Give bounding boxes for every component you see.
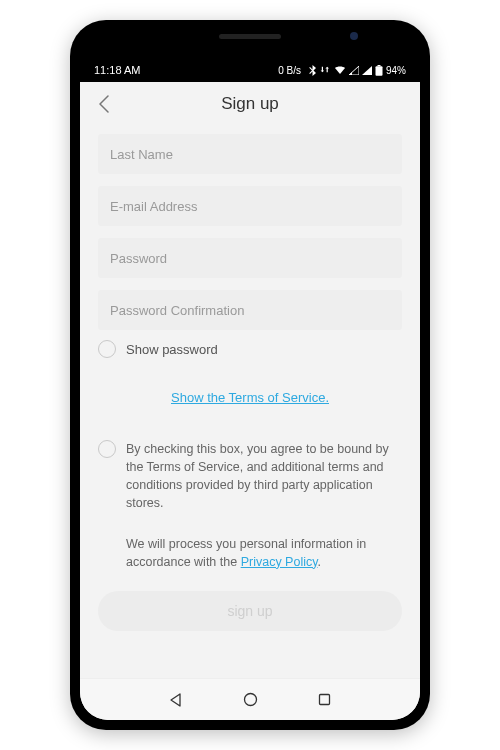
wifi-icon <box>334 65 346 75</box>
terms-of-service-link[interactable]: Show the Terms of Service. <box>171 390 329 405</box>
signal-2-icon <box>362 66 372 75</box>
back-button[interactable] <box>92 92 116 116</box>
status-bar: 11:18 AM 0 B/s 94% <box>80 58 420 82</box>
battery-icon <box>375 65 383 76</box>
status-speed: 0 B/s <box>278 65 301 76</box>
data-icon <box>320 65 331 76</box>
svg-rect-0 <box>377 65 380 66</box>
status-battery-pct: 94% <box>386 65 406 76</box>
show-password-row[interactable]: Show password <box>98 340 402 358</box>
speaker-grille <box>219 34 281 39</box>
privacy-row: We will process you personal information… <box>98 535 402 571</box>
nav-recent-icon[interactable] <box>316 692 332 708</box>
page-title: Sign up <box>80 94 420 114</box>
privacy-policy-link[interactable]: Privacy Policy <box>241 555 318 569</box>
phone-frame: 11:18 AM 0 B/s 94% Sign up <box>70 20 430 730</box>
lastname-field[interactable] <box>98 134 402 174</box>
front-camera <box>350 32 358 40</box>
svg-rect-1 <box>375 66 382 76</box>
password-confirm-field[interactable] <box>98 290 402 330</box>
status-time: 11:18 AM <box>94 64 140 76</box>
signup-button[interactable]: sign up <box>98 591 402 631</box>
nav-back-icon[interactable] <box>168 692 184 708</box>
agree-text: By checking this box, you agree to be bo… <box>126 440 402 513</box>
svg-point-2 <box>244 694 256 706</box>
email-field[interactable] <box>98 186 402 226</box>
status-indicators: 0 B/s 94% <box>278 65 406 76</box>
privacy-suffix: . <box>318 555 321 569</box>
phone-screen: 11:18 AM 0 B/s 94% Sign up <box>80 30 420 720</box>
agree-row[interactable]: By checking this box, you agree to be bo… <box>98 440 402 513</box>
terms-link-row: Show the Terms of Service. <box>98 388 402 406</box>
show-password-label: Show password <box>126 342 218 357</box>
nav-home-icon[interactable] <box>242 692 258 708</box>
signup-form: Show password Show the Terms of Service.… <box>80 126 420 678</box>
svg-rect-3 <box>319 695 329 705</box>
android-nav-bar <box>80 678 420 720</box>
show-password-radio[interactable] <box>98 340 116 358</box>
agree-checkbox[interactable] <box>98 440 116 458</box>
app-header: Sign up <box>80 82 420 126</box>
app-area: Sign up Show password Show the Terms of … <box>80 82 420 720</box>
password-field[interactable] <box>98 238 402 278</box>
signal-1-icon <box>349 66 359 75</box>
bluetooth-icon <box>309 65 317 76</box>
